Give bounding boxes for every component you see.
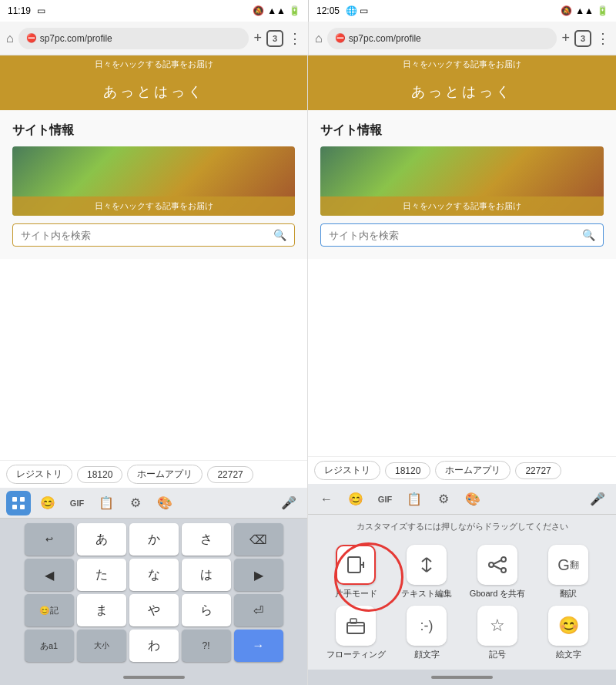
left-japanese-keyboard: ↩ あ か さ ⌫ ◀ た な は ▶ 😊記 ま [0, 519, 307, 670]
right-chip-1[interactable]: 18120 [385, 462, 430, 479]
right-kb-theme-icon[interactable]: 🎨 [460, 487, 485, 512]
left-key-ka[interactable]: か [129, 523, 179, 556]
svg-line-15 [494, 560, 501, 564]
left-key-left[interactable]: ◀ [25, 559, 74, 591]
left-key-emoji[interactable]: 😊記 [25, 594, 74, 626]
left-key-wa[interactable]: わ [129, 630, 179, 662]
left-site-image: 日々をハックする記事をお届け [12, 146, 295, 216]
left-site-title: あっとはっく [0, 73, 307, 110]
left-panel: 日々をハックする記事をお届け あっとはっく サイト情報 日々をハックする記事をお… [0, 55, 308, 685]
left-url-bar[interactable]: ⛔ sp7pc.com/profile [18, 28, 249, 49]
left-key-mode[interactable]: あa1 [25, 630, 74, 662]
left-kb-grid-icon[interactable] [6, 491, 31, 515]
left-kb-clipboard-icon[interactable]: 📋 [94, 491, 119, 515]
left-kb-gif-icon[interactable]: GIF [65, 491, 89, 515]
left-url-lock-icon: ⛔ [26, 33, 37, 43]
popup-item-kigo[interactable]: ☆ 記号 [465, 606, 530, 660]
left-site-body: サイト情報 日々をハックする記事をお届け 🔍 [0, 110, 307, 259]
left-kb-mic-icon[interactable]: 🎤 [276, 491, 301, 515]
right-home-icon[interactable]: ⌂ [315, 32, 323, 45]
left-key-enter[interactable]: ⏎ [234, 594, 283, 626]
right-search-input[interactable] [329, 230, 582, 241]
left-key-na[interactable]: な [129, 559, 179, 591]
left-key-ya[interactable]: や [129, 594, 179, 626]
left-chip-2[interactable]: ホームアプリ [127, 465, 203, 484]
right-search-box[interactable]: 🔍 [320, 223, 604, 247]
left-kb-row-4: あa1 大小 わ ?! → [3, 630, 304, 662]
left-key-undo[interactable]: ↩ [25, 523, 74, 556]
popup-icon-share [477, 545, 517, 585]
right-kb-emoji-icon[interactable]: 😊 [343, 487, 368, 512]
popup-item-translate[interactable]: G 翻 翻訳 [536, 545, 601, 599]
popup-item-kaomoji[interactable]: :-) 顔文字 [394, 606, 459, 660]
popup-item-share[interactable]: Gboard を共有 [465, 545, 530, 599]
right-site-body: サイト情報 日々をハックする記事をお届け 🔍 [308, 110, 616, 259]
popup-item-floating[interactable]: フローティング [323, 606, 388, 660]
right-popup-hint: カスタマイズするには押しながらドラッグしてください [311, 518, 613, 539]
right-home-bar [431, 676, 493, 679]
right-kb-back-icon[interactable]: ← [314, 487, 339, 512]
left-key-dakuten[interactable]: 大小 [77, 630, 126, 662]
left-key-ra[interactable]: ら [182, 594, 231, 626]
right-keyboard-area: カスタマイズするには押しながらドラッグしてください 片手モード [308, 515, 616, 685]
svg-rect-1 [20, 497, 25, 502]
right-chip-3[interactable]: 22727 [515, 462, 561, 479]
right-kb-gif-icon[interactable]: GIF [373, 487, 397, 512]
svg-point-13 [489, 562, 494, 567]
left-key-right[interactable]: ▶ [234, 559, 283, 591]
left-more-icon[interactable]: ⋮ [288, 30, 302, 47]
left-key-space[interactable]: → [234, 630, 283, 662]
left-search-input[interactable] [21, 230, 273, 241]
right-status-icons: 🔕 ▲▲ 🔋 [561, 5, 608, 16]
left-key-ha[interactable]: は [182, 559, 231, 591]
right-popup-grid: 片手モード テキスト編集 [311, 539, 613, 667]
left-status-bar: 11:19 ▭ 🔕 ▲▲ 🔋 [0, 0, 308, 22]
left-key-delete[interactable]: ⌫ [234, 523, 283, 556]
right-more-icon[interactable]: ⋮ [596, 30, 610, 47]
left-new-tab-icon[interactable]: + [253, 30, 262, 46]
right-kb-settings-icon[interactable]: ⚙ [431, 487, 456, 512]
right-new-tab-icon[interactable]: + [561, 30, 570, 46]
left-browser-bar: ⌂ ⛔ sp7pc.com/profile + 3 ⋮ [0, 22, 308, 55]
left-chip-0[interactable]: レジストリ [6, 465, 72, 484]
popup-label-text-edit: テキスト編集 [401, 588, 452, 599]
left-keyboard: ↩ あ か さ ⌫ ◀ た な は ▶ 😊記 ま [0, 519, 307, 685]
right-chip-0[interactable]: レジストリ [314, 461, 380, 480]
popup-item-katate[interactable]: 片手モード [323, 545, 388, 599]
left-chip-3[interactable]: 22727 [207, 466, 253, 483]
right-chip-2[interactable]: ホームアプリ [435, 461, 511, 480]
left-site-tagline: 日々をハックする記事をお届け [0, 55, 307, 73]
left-search-box[interactable]: 🔍 [12, 223, 295, 247]
right-tab-count[interactable]: 3 [574, 30, 591, 47]
translate-icon2: 翻 [570, 559, 579, 572]
left-kb-theme-icon[interactable]: 🎨 [152, 491, 177, 515]
translate-icon: G [557, 556, 570, 574]
right-device-icon: 🌐 ▭ [346, 5, 368, 16]
left-kb-emoji-icon[interactable]: 😊 [35, 491, 60, 515]
right-site-tagline: 日々をハックする記事をお届け [308, 55, 616, 73]
popup-item-text-edit[interactable]: テキスト編集 [394, 545, 459, 599]
right-kb-mic-icon[interactable]: 🎤 [585, 487, 610, 512]
left-key-ma[interactable]: ま [77, 594, 126, 626]
right-kb-clipboard-icon[interactable]: 📋 [402, 487, 427, 512]
left-time: 11:19 [8, 5, 31, 16]
right-url-bar[interactable]: ⛔ sp7pc.com/profile [327, 28, 557, 49]
left-key-ta[interactable]: た [77, 559, 126, 591]
left-kb-settings-icon[interactable]: ⚙ [123, 491, 148, 515]
popup-item-emoji[interactable]: 😊 絵文字 [536, 606, 601, 660]
left-home-icon[interactable]: ⌂ [6, 32, 14, 45]
left-chips-row: レジストリ 18120 ホームアプリ 22727 [0, 460, 307, 488]
right-image-overlay: 日々をハックする記事をお届け [320, 196, 604, 216]
left-key-a[interactable]: あ [77, 523, 126, 556]
left-home-bar [123, 676, 185, 679]
left-key-sa[interactable]: さ [182, 523, 231, 556]
right-web-content: 日々をハックする記事をお届け あっとはっく サイト情報 日々をハックする記事をお… [308, 55, 616, 456]
right-bottom-indicator [308, 670, 616, 685]
right-chips-row: レジストリ 18120 ホームアプリ 22727 [308, 456, 616, 484]
left-device-icon: ▭ [37, 5, 45, 16]
left-key-punct[interactable]: ?! [182, 630, 231, 662]
right-time: 12:05 [316, 5, 340, 16]
left-chip-1[interactable]: 18120 [77, 466, 122, 483]
left-tab-count[interactable]: 3 [266, 30, 283, 47]
dual-browser-bar: ⌂ ⛔ sp7pc.com/profile + 3 ⋮ ⌂ ⛔ sp7pc.co… [0, 22, 616, 55]
